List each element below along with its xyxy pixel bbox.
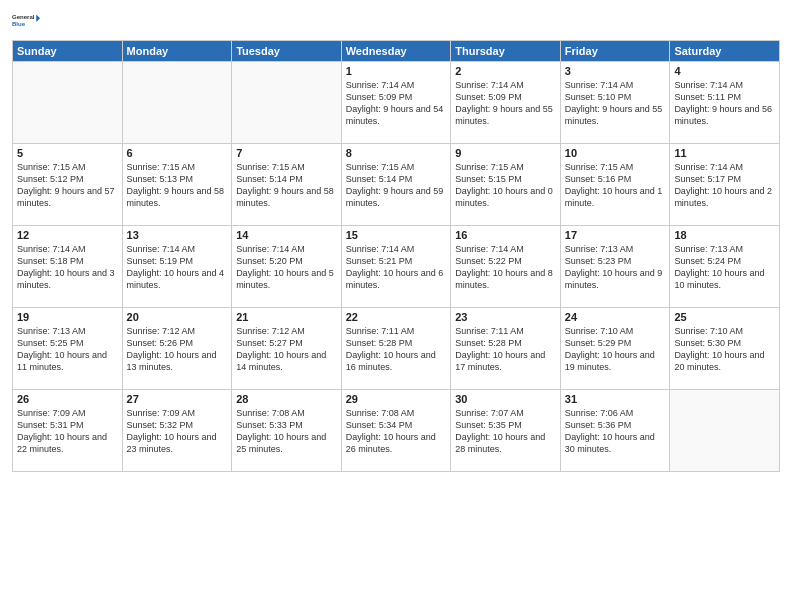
cell-details: Sunrise: 7:14 AMSunset: 5:20 PMDaylight:… xyxy=(236,243,337,292)
logo: General Blue xyxy=(12,10,40,32)
calendar-week-row: 1 Sunrise: 7:14 AMSunset: 5:09 PMDayligh… xyxy=(13,62,780,144)
cell-details: Sunrise: 7:14 AMSunset: 5:22 PMDaylight:… xyxy=(455,243,556,292)
calendar-day-cell: 4 Sunrise: 7:14 AMSunset: 5:11 PMDayligh… xyxy=(670,62,780,144)
calendar-day-cell: 15 Sunrise: 7:14 AMSunset: 5:21 PMDaylig… xyxy=(341,226,451,308)
day-number: 22 xyxy=(346,311,447,323)
day-number: 31 xyxy=(565,393,666,405)
cell-details: Sunrise: 7:14 AMSunset: 5:21 PMDaylight:… xyxy=(346,243,447,292)
day-of-week-header: Monday xyxy=(122,41,232,62)
cell-details: Sunrise: 7:15 AMSunset: 5:12 PMDaylight:… xyxy=(17,161,118,210)
day-number: 2 xyxy=(455,65,556,77)
svg-marker-2 xyxy=(36,14,40,21)
calendar-day-cell: 24 Sunrise: 7:10 AMSunset: 5:29 PMDaylig… xyxy=(560,308,670,390)
day-number: 3 xyxy=(565,65,666,77)
calendar-day-cell: 1 Sunrise: 7:14 AMSunset: 5:09 PMDayligh… xyxy=(341,62,451,144)
day-of-week-header: Tuesday xyxy=(232,41,342,62)
cell-details: Sunrise: 7:14 AMSunset: 5:09 PMDaylight:… xyxy=(455,79,556,128)
day-number: 27 xyxy=(127,393,228,405)
cell-details: Sunrise: 7:15 AMSunset: 5:14 PMDaylight:… xyxy=(236,161,337,210)
calendar-day-cell: 17 Sunrise: 7:13 AMSunset: 5:23 PMDaylig… xyxy=(560,226,670,308)
day-number: 7 xyxy=(236,147,337,159)
day-number: 10 xyxy=(565,147,666,159)
calendar-day-cell: 23 Sunrise: 7:11 AMSunset: 5:28 PMDaylig… xyxy=(451,308,561,390)
day-of-week-header: Friday xyxy=(560,41,670,62)
day-number: 30 xyxy=(455,393,556,405)
calendar-week-row: 19 Sunrise: 7:13 AMSunset: 5:25 PMDaylig… xyxy=(13,308,780,390)
day-number: 13 xyxy=(127,229,228,241)
calendar-day-cell: 16 Sunrise: 7:14 AMSunset: 5:22 PMDaylig… xyxy=(451,226,561,308)
calendar-day-cell: 25 Sunrise: 7:10 AMSunset: 5:30 PMDaylig… xyxy=(670,308,780,390)
calendar-day-cell: 27 Sunrise: 7:09 AMSunset: 5:32 PMDaylig… xyxy=(122,390,232,472)
cell-details: Sunrise: 7:14 AMSunset: 5:10 PMDaylight:… xyxy=(565,79,666,128)
cell-details: Sunrise: 7:14 AMSunset: 5:19 PMDaylight:… xyxy=(127,243,228,292)
cell-details: Sunrise: 7:12 AMSunset: 5:27 PMDaylight:… xyxy=(236,325,337,374)
calendar-day-cell: 20 Sunrise: 7:12 AMSunset: 5:26 PMDaylig… xyxy=(122,308,232,390)
calendar-day-cell: 11 Sunrise: 7:14 AMSunset: 5:17 PMDaylig… xyxy=(670,144,780,226)
calendar-day-cell: 18 Sunrise: 7:13 AMSunset: 5:24 PMDaylig… xyxy=(670,226,780,308)
cell-details: Sunrise: 7:15 AMSunset: 5:14 PMDaylight:… xyxy=(346,161,447,210)
calendar-container: General Blue SundayMondayTuesdayWednesda… xyxy=(0,0,792,612)
cell-details: Sunrise: 7:06 AMSunset: 5:36 PMDaylight:… xyxy=(565,407,666,456)
calendar-day-cell: 22 Sunrise: 7:11 AMSunset: 5:28 PMDaylig… xyxy=(341,308,451,390)
cell-details: Sunrise: 7:12 AMSunset: 5:26 PMDaylight:… xyxy=(127,325,228,374)
day-number: 1 xyxy=(346,65,447,77)
cell-details: Sunrise: 7:10 AMSunset: 5:29 PMDaylight:… xyxy=(565,325,666,374)
day-number: 9 xyxy=(455,147,556,159)
cell-details: Sunrise: 7:14 AMSunset: 5:09 PMDaylight:… xyxy=(346,79,447,128)
cell-details: Sunrise: 7:13 AMSunset: 5:25 PMDaylight:… xyxy=(17,325,118,374)
cell-details: Sunrise: 7:10 AMSunset: 5:30 PMDaylight:… xyxy=(674,325,775,374)
calendar-day-cell xyxy=(122,62,232,144)
cell-details: Sunrise: 7:08 AMSunset: 5:34 PMDaylight:… xyxy=(346,407,447,456)
day-number: 6 xyxy=(127,147,228,159)
cell-details: Sunrise: 7:11 AMSunset: 5:28 PMDaylight:… xyxy=(455,325,556,374)
cell-details: Sunrise: 7:14 AMSunset: 5:17 PMDaylight:… xyxy=(674,161,775,210)
day-number: 26 xyxy=(17,393,118,405)
calendar-day-cell: 30 Sunrise: 7:07 AMSunset: 5:35 PMDaylig… xyxy=(451,390,561,472)
cell-details: Sunrise: 7:13 AMSunset: 5:23 PMDaylight:… xyxy=(565,243,666,292)
calendar-day-cell: 3 Sunrise: 7:14 AMSunset: 5:10 PMDayligh… xyxy=(560,62,670,144)
day-number: 29 xyxy=(346,393,447,405)
day-number: 19 xyxy=(17,311,118,323)
calendar-day-cell: 29 Sunrise: 7:08 AMSunset: 5:34 PMDaylig… xyxy=(341,390,451,472)
day-number: 21 xyxy=(236,311,337,323)
cell-details: Sunrise: 7:08 AMSunset: 5:33 PMDaylight:… xyxy=(236,407,337,456)
calendar-day-cell: 12 Sunrise: 7:14 AMSunset: 5:18 PMDaylig… xyxy=(13,226,123,308)
cell-details: Sunrise: 7:09 AMSunset: 5:32 PMDaylight:… xyxy=(127,407,228,456)
logo-icon: General Blue xyxy=(12,10,40,32)
cell-details: Sunrise: 7:15 AMSunset: 5:15 PMDaylight:… xyxy=(455,161,556,210)
calendar-week-row: 12 Sunrise: 7:14 AMSunset: 5:18 PMDaylig… xyxy=(13,226,780,308)
day-number: 14 xyxy=(236,229,337,241)
day-number: 16 xyxy=(455,229,556,241)
day-number: 12 xyxy=(17,229,118,241)
calendar-day-cell: 7 Sunrise: 7:15 AMSunset: 5:14 PMDayligh… xyxy=(232,144,342,226)
cell-details: Sunrise: 7:11 AMSunset: 5:28 PMDaylight:… xyxy=(346,325,447,374)
calendar-day-cell: 19 Sunrise: 7:13 AMSunset: 5:25 PMDaylig… xyxy=(13,308,123,390)
cell-details: Sunrise: 7:14 AMSunset: 5:18 PMDaylight:… xyxy=(17,243,118,292)
cell-details: Sunrise: 7:07 AMSunset: 5:35 PMDaylight:… xyxy=(455,407,556,456)
calendar-week-row: 5 Sunrise: 7:15 AMSunset: 5:12 PMDayligh… xyxy=(13,144,780,226)
calendar-week-row: 26 Sunrise: 7:09 AMSunset: 5:31 PMDaylig… xyxy=(13,390,780,472)
calendar-day-cell: 13 Sunrise: 7:14 AMSunset: 5:19 PMDaylig… xyxy=(122,226,232,308)
calendar-day-cell: 5 Sunrise: 7:15 AMSunset: 5:12 PMDayligh… xyxy=(13,144,123,226)
day-number: 23 xyxy=(455,311,556,323)
day-number: 11 xyxy=(674,147,775,159)
cell-details: Sunrise: 7:14 AMSunset: 5:11 PMDaylight:… xyxy=(674,79,775,128)
svg-text:Blue: Blue xyxy=(12,21,26,27)
day-number: 28 xyxy=(236,393,337,405)
header: General Blue xyxy=(12,10,780,32)
calendar-day-cell xyxy=(670,390,780,472)
calendar-day-cell: 10 Sunrise: 7:15 AMSunset: 5:16 PMDaylig… xyxy=(560,144,670,226)
day-number: 8 xyxy=(346,147,447,159)
calendar-day-cell: 9 Sunrise: 7:15 AMSunset: 5:15 PMDayligh… xyxy=(451,144,561,226)
day-of-week-header: Thursday xyxy=(451,41,561,62)
calendar-day-cell: 14 Sunrise: 7:14 AMSunset: 5:20 PMDaylig… xyxy=(232,226,342,308)
day-of-week-header: Wednesday xyxy=(341,41,451,62)
cell-details: Sunrise: 7:15 AMSunset: 5:16 PMDaylight:… xyxy=(565,161,666,210)
day-number: 15 xyxy=(346,229,447,241)
day-of-week-header: Saturday xyxy=(670,41,780,62)
cell-details: Sunrise: 7:09 AMSunset: 5:31 PMDaylight:… xyxy=(17,407,118,456)
day-number: 25 xyxy=(674,311,775,323)
day-number: 17 xyxy=(565,229,666,241)
calendar-day-cell: 21 Sunrise: 7:12 AMSunset: 5:27 PMDaylig… xyxy=(232,308,342,390)
calendar-day-cell xyxy=(232,62,342,144)
